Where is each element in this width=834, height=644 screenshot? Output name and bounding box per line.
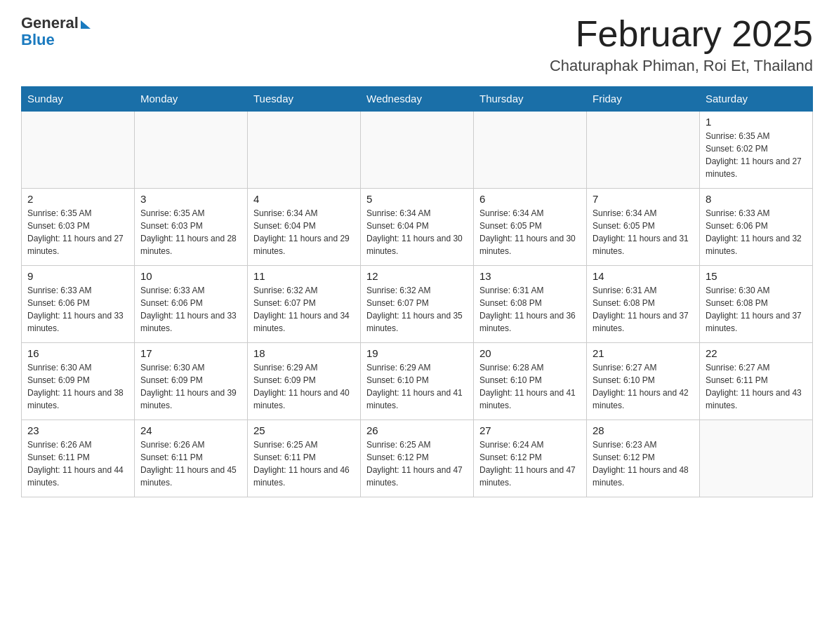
day-info: Sunrise: 6:33 AM Sunset: 6:06 PM Dayligh… <box>140 284 241 335</box>
day-number: 24 <box>140 424 241 436</box>
day-cell: 27Sunrise: 6:24 AM Sunset: 6:12 PM Dayli… <box>474 420 587 497</box>
day-info: Sunrise: 6:35 AM Sunset: 6:03 PM Dayligh… <box>27 207 128 257</box>
logo: General Blue <box>21 14 91 49</box>
day-info: Sunrise: 6:34 AM Sunset: 6:05 PM Dayligh… <box>593 207 694 257</box>
day-info: Sunrise: 6:24 AM Sunset: 6:12 PM Dayligh… <box>479 438 581 489</box>
day-info: Sunrise: 6:28 AM Sunset: 6:10 PM Dayligh… <box>479 361 581 412</box>
logo-blue-text: Blue <box>21 31 55 49</box>
day-number: 6 <box>479 193 581 205</box>
day-number: 17 <box>140 347 241 359</box>
day-info: Sunrise: 6:29 AM Sunset: 6:10 PM Dayligh… <box>366 361 468 412</box>
calendar-table: SundayMondayTuesdayWednesdayThursdayFrid… <box>21 86 813 497</box>
location-title: Chaturaphak Phiman, Roi Et, Thailand <box>550 57 813 75</box>
day-cell <box>22 111 135 188</box>
week-row-0: 1Sunrise: 6:35 AM Sunset: 6:02 PM Daylig… <box>22 111 813 188</box>
logo-general-text: General <box>21 14 79 32</box>
day-info: Sunrise: 6:34 AM Sunset: 6:04 PM Dayligh… <box>253 207 355 257</box>
day-cell: 23Sunrise: 6:26 AM Sunset: 6:11 PM Dayli… <box>22 420 135 497</box>
day-cell: 20Sunrise: 6:28 AM Sunset: 6:10 PM Dayli… <box>474 342 587 420</box>
day-cell <box>248 111 361 188</box>
day-cell: 21Sunrise: 6:27 AM Sunset: 6:10 PM Dayli… <box>587 342 700 420</box>
header-day-saturday: Saturday <box>700 87 813 112</box>
day-info: Sunrise: 6:35 AM Sunset: 6:02 PM Dayligh… <box>706 130 807 180</box>
day-number: 25 <box>253 424 355 436</box>
day-cell: 6Sunrise: 6:34 AM Sunset: 6:05 PM Daylig… <box>474 188 587 265</box>
day-info: Sunrise: 6:29 AM Sunset: 6:09 PM Dayligh… <box>253 361 355 412</box>
day-number: 28 <box>593 424 694 436</box>
calendar-body: 1Sunrise: 6:35 AM Sunset: 6:02 PM Daylig… <box>22 111 813 497</box>
day-cell: 28Sunrise: 6:23 AM Sunset: 6:12 PM Dayli… <box>587 420 700 497</box>
day-number: 27 <box>479 424 581 436</box>
day-cell: 15Sunrise: 6:30 AM Sunset: 6:08 PM Dayli… <box>700 265 813 342</box>
day-info: Sunrise: 6:35 AM Sunset: 6:03 PM Dayligh… <box>140 207 241 257</box>
day-number: 16 <box>27 347 128 359</box>
day-number: 13 <box>479 270 581 282</box>
logo-arrow-icon <box>81 20 91 29</box>
day-info: Sunrise: 6:27 AM Sunset: 6:10 PM Dayligh… <box>593 361 694 412</box>
day-info: Sunrise: 6:25 AM Sunset: 6:12 PM Dayligh… <box>366 438 468 489</box>
day-number: 2 <box>27 193 128 205</box>
page-header: General Blue February 2025 Chaturaphak P… <box>21 14 813 75</box>
header-row: SundayMondayTuesdayWednesdayThursdayFrid… <box>22 87 813 112</box>
day-cell: 14Sunrise: 6:31 AM Sunset: 6:08 PM Dayli… <box>587 265 700 342</box>
header-day-thursday: Thursday <box>474 87 587 112</box>
week-row-4: 23Sunrise: 6:26 AM Sunset: 6:11 PM Dayli… <box>22 420 813 497</box>
day-cell: 5Sunrise: 6:34 AM Sunset: 6:04 PM Daylig… <box>361 188 474 265</box>
week-row-1: 2Sunrise: 6:35 AM Sunset: 6:03 PM Daylig… <box>22 188 813 265</box>
day-info: Sunrise: 6:30 AM Sunset: 6:09 PM Dayligh… <box>27 361 128 412</box>
day-info: Sunrise: 6:25 AM Sunset: 6:11 PM Dayligh… <box>253 438 355 489</box>
day-number: 14 <box>593 270 694 282</box>
day-info: Sunrise: 6:33 AM Sunset: 6:06 PM Dayligh… <box>27 284 128 335</box>
day-info: Sunrise: 6:23 AM Sunset: 6:12 PM Dayligh… <box>593 438 694 489</box>
day-info: Sunrise: 6:31 AM Sunset: 6:08 PM Dayligh… <box>593 284 694 335</box>
header-day-monday: Monday <box>135 87 248 112</box>
day-number: 21 <box>593 347 694 359</box>
header-day-friday: Friday <box>587 87 700 112</box>
calendar-header: SundayMondayTuesdayWednesdayThursdayFrid… <box>22 87 813 112</box>
header-day-wednesday: Wednesday <box>361 87 474 112</box>
day-number: 7 <box>593 193 694 205</box>
day-number: 1 <box>706 116 807 128</box>
day-cell: 24Sunrise: 6:26 AM Sunset: 6:11 PM Dayli… <box>135 420 248 497</box>
day-cell: 19Sunrise: 6:29 AM Sunset: 6:10 PM Dayli… <box>361 342 474 420</box>
day-cell: 1Sunrise: 6:35 AM Sunset: 6:02 PM Daylig… <box>700 111 813 188</box>
day-number: 12 <box>366 270 468 282</box>
day-cell: 13Sunrise: 6:31 AM Sunset: 6:08 PM Dayli… <box>474 265 587 342</box>
title-section: February 2025 Chaturaphak Phiman, Roi Et… <box>550 14 813 75</box>
day-info: Sunrise: 6:32 AM Sunset: 6:07 PM Dayligh… <box>366 284 468 335</box>
day-cell: 25Sunrise: 6:25 AM Sunset: 6:11 PM Dayli… <box>248 420 361 497</box>
day-info: Sunrise: 6:30 AM Sunset: 6:08 PM Dayligh… <box>706 284 807 335</box>
day-cell: 11Sunrise: 6:32 AM Sunset: 6:07 PM Dayli… <box>248 265 361 342</box>
day-number: 9 <box>27 270 128 282</box>
day-cell <box>474 111 587 188</box>
day-number: 22 <box>706 347 807 359</box>
day-cell: 22Sunrise: 6:27 AM Sunset: 6:11 PM Dayli… <box>700 342 813 420</box>
day-number: 5 <box>366 193 468 205</box>
day-cell: 4Sunrise: 6:34 AM Sunset: 6:04 PM Daylig… <box>248 188 361 265</box>
day-info: Sunrise: 6:32 AM Sunset: 6:07 PM Dayligh… <box>253 284 355 335</box>
header-day-sunday: Sunday <box>22 87 135 112</box>
day-cell <box>700 420 813 497</box>
day-info: Sunrise: 6:30 AM Sunset: 6:09 PM Dayligh… <box>140 361 241 412</box>
day-number: 15 <box>706 270 807 282</box>
month-title: February 2025 <box>550 14 813 54</box>
day-cell: 3Sunrise: 6:35 AM Sunset: 6:03 PM Daylig… <box>135 188 248 265</box>
day-cell <box>361 111 474 188</box>
day-cell: 17Sunrise: 6:30 AM Sunset: 6:09 PM Dayli… <box>135 342 248 420</box>
day-cell <box>135 111 248 188</box>
day-info: Sunrise: 6:33 AM Sunset: 6:06 PM Dayligh… <box>706 207 807 257</box>
day-number: 23 <box>27 424 128 436</box>
header-day-tuesday: Tuesday <box>248 87 361 112</box>
day-info: Sunrise: 6:34 AM Sunset: 6:04 PM Dayligh… <box>366 207 468 257</box>
day-number: 20 <box>479 347 581 359</box>
day-cell: 26Sunrise: 6:25 AM Sunset: 6:12 PM Dayli… <box>361 420 474 497</box>
day-info: Sunrise: 6:26 AM Sunset: 6:11 PM Dayligh… <box>27 438 128 489</box>
day-cell: 10Sunrise: 6:33 AM Sunset: 6:06 PM Dayli… <box>135 265 248 342</box>
day-cell: 9Sunrise: 6:33 AM Sunset: 6:06 PM Daylig… <box>22 265 135 342</box>
day-number: 19 <box>366 347 468 359</box>
week-row-2: 9Sunrise: 6:33 AM Sunset: 6:06 PM Daylig… <box>22 265 813 342</box>
day-info: Sunrise: 6:31 AM Sunset: 6:08 PM Dayligh… <box>479 284 581 335</box>
day-number: 10 <box>140 270 241 282</box>
day-cell: 2Sunrise: 6:35 AM Sunset: 6:03 PM Daylig… <box>22 188 135 265</box>
day-number: 8 <box>706 193 807 205</box>
